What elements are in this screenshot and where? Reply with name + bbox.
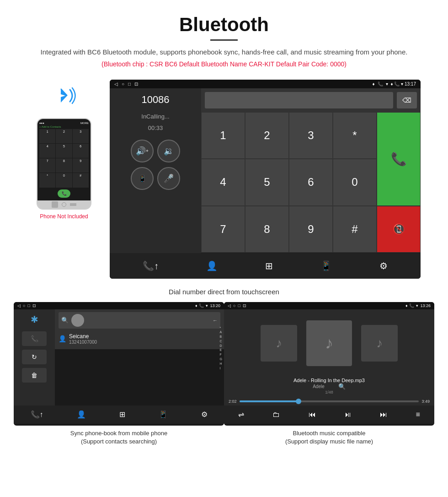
transfer-button[interactable]: 📱 [131, 167, 154, 190]
bluetooth-specs: (Bluetooth chip : CSR BC6 Default Blueto… [18, 60, 430, 68]
phone-bottom-bar [37, 200, 91, 209]
status-time-dial: ♦ 📞 ▾ 13:17 [391, 81, 416, 86]
phone-book-icon[interactable]: 📱 [320, 260, 332, 271]
music-artist: Adele [313, 384, 325, 389]
status-bar-dial: ◁ ○ □ ⊡ ♦ 📞 ▾ ♦ 📞 ▾ 13:17 [110, 80, 421, 88]
numpad-4[interactable]: 4 [201, 159, 245, 206]
phonebook-caption-line2: (Support contacts searching) [81, 438, 157, 445]
phonebook-search-row: 🔍 ← [59, 312, 220, 329]
album-art-right: ♪ [361, 325, 398, 362]
numpad-7[interactable]: 7 [201, 206, 245, 253]
pb-bottom-contact-icon[interactable]: 👤 [77, 410, 86, 419]
search-dot [71, 314, 84, 327]
dial-left-panel: 10086 InCalling... 00:33 🔊+ 🔉 📱 🎤 [110, 88, 201, 253]
volume-down-button[interactable]: 🔉 [157, 140, 180, 162]
music-search-icon[interactable]: 🔍 [338, 383, 346, 390]
dial-input-field[interactable] [205, 92, 393, 108]
music-note-main: ♪ [325, 334, 333, 353]
phonebook-caption: Sync phone-book from mobile phone (Suppo… [14, 426, 224, 449]
call-btn-row-1: 🔊+ 🔉 [115, 140, 196, 162]
phone-transfer-icon[interactable]: 📞↑ [143, 260, 159, 271]
music-track-count: 1/48 [229, 390, 430, 394]
phonebook-right-wrapper: 🔍 ← 👤 Seicane 13241007000 [55, 309, 224, 405]
music-info: Adele - Rolling In the Deep.mp3 Adele 🔍 … [224, 378, 434, 397]
pb-bottom-phone-icon[interactable]: 📞↑ [31, 410, 43, 419]
contact-name: Seicane [69, 333, 97, 340]
music-note-left: ♪ [276, 336, 282, 351]
backspace-button[interactable]: ⌫ [397, 92, 417, 108]
dial-input-row: ⌫ [201, 88, 421, 112]
page-title: Bluetooth [18, 14, 430, 36]
progress-bar[interactable] [240, 400, 419, 402]
pb-sync-button[interactable]: ↻ [22, 350, 47, 364]
music-item: ◁○□⊡ ♦📞▾13:26 ♪ ♪ ♪ [224, 302, 434, 449]
contacts-icon[interactable]: 👤 [206, 260, 218, 271]
dial-caption: Dial number direct from touchscreen [0, 283, 448, 302]
play-pause-button[interactable]: ⏯ [344, 411, 352, 419]
prev-button[interactable]: ⏮ [309, 411, 316, 419]
dialpad-icon[interactable]: ⊞ [265, 260, 273, 271]
phonebook-item: ◁○□⊡ ♦📞▾13:20 ✱ 📞 ↻ 🗑 🔍 [14, 302, 224, 449]
dial-bottom-bar: 📞↑ 👤 ⊞ 📱 ⚙ [110, 253, 421, 279]
numpad-6[interactable]: 6 [289, 159, 333, 206]
phonebook-screen: ◁○□⊡ ♦📞▾13:20 ✱ 📞 ↻ 🗑 🔍 [14, 302, 224, 426]
numpad-9[interactable]: 9 [289, 206, 333, 253]
shuffle-button[interactable]: ⇌ [238, 410, 244, 419]
music-controls: ⇌ 🗀 ⏮ ⏯ ⏭ ≡ [224, 405, 434, 424]
progress-dot [296, 399, 301, 404]
phone-screen: ●●●MORE + Add to Contacts 123 456 789 *0… [37, 119, 91, 200]
album-art-left: ♪ [261, 325, 297, 362]
numpad-star[interactable]: * [333, 112, 377, 159]
call-decline-button[interactable]: 📵 [377, 206, 421, 253]
car-screen-dial: ◁ ○ □ ⊡ ♦ 📞 ▾ ♦ 📞 ▾ 13:17 10086 InCallin… [110, 80, 421, 279]
music-caption: Bluetooth music compatible (Support disp… [224, 426, 434, 449]
phone-dialpad-mini: 123 456 789 *0# [39, 129, 89, 188]
bottom-section: ◁○□⊡ ♦📞▾13:20 ✱ 📞 ↻ 🗑 🔍 [0, 302, 448, 449]
settings-icon[interactable]: ⚙ [379, 260, 388, 271]
music-progress-area: 2:02 3:49 [224, 397, 434, 405]
pb-bottom-phonebook-icon[interactable]: 📱 [159, 410, 168, 419]
folder-button[interactable]: 🗀 [272, 411, 280, 419]
phonebook-caption-line1: Sync phone-book from mobile phone [70, 430, 167, 437]
contact-row[interactable]: 👤 Seicane 13241007000 [59, 331, 220, 346]
alpha-list: *ABCDEFGHI [220, 326, 222, 371]
title-divider [210, 39, 238, 41]
pb-bottom-dialpad-icon[interactable]: ⊞ [119, 410, 125, 419]
call-timer: 00:33 [115, 124, 196, 131]
phone-device: ●●●MORE + Add to Contacts 123 456 789 *0… [37, 118, 91, 210]
contact-number: 13241007000 [69, 340, 97, 345]
music-body: ♪ ♪ ♪ Adele - Rolling In the Deep.mp3 Ad… [224, 309, 434, 405]
phonebook-bottom-bar: 📞↑ 👤 ⊞ 📱 ⚙ [14, 405, 224, 424]
phone-add-contacts: + Add to Contacts [39, 125, 89, 128]
search-icon: 🔍 [61, 317, 69, 324]
pb-bottom-settings-icon[interactable]: ⚙ [201, 410, 208, 419]
progress-fill [240, 400, 299, 402]
page-description: Integrated with BC6 Bluetooth module, su… [18, 47, 430, 58]
numpad-1[interactable]: 1 [201, 112, 245, 159]
music-status-bar: ◁○□⊡ ♦📞▾13:26 [224, 302, 434, 309]
phonebook-left-panel: ✱ 📞 ↻ 🗑 [14, 309, 55, 405]
page-header: Bluetooth Integrated with BC6 Bluetooth … [0, 0, 448, 80]
numpad-8[interactable]: 8 [245, 206, 289, 253]
album-art-main: ♪ [306, 320, 352, 366]
back-arrow-icon: ← [213, 318, 218, 323]
numpad-zero[interactable]: 0 [333, 159, 377, 206]
pb-delete-button[interactable]: 🗑 [22, 368, 47, 383]
phone-mockup: ●●●MORE + Add to Contacts 123 456 789 *0… [27, 80, 101, 279]
call-accept-button[interactable]: 📞 [377, 112, 421, 206]
numpad-5[interactable]: 5 [245, 159, 289, 206]
phonebook-right-panel: 🔍 ← 👤 Seicane 13241007000 [55, 309, 224, 349]
phonebook-body: ✱ 📞 ↻ 🗑 🔍 ← 👤 [14, 309, 224, 405]
pb-call-button[interactable]: 📞 [22, 331, 47, 346]
volume-up-button[interactable]: 🔊+ [131, 140, 154, 162]
bluetooth-icon [48, 80, 80, 112]
mute-button[interactable]: 🎤 [157, 167, 180, 190]
equalizer-button[interactable]: ≡ [416, 411, 420, 419]
numpad-3[interactable]: 3 [289, 112, 333, 159]
numpad-grid: 1 2 3 * 📞 4 5 6 0 7 8 9 # 📵 [201, 112, 421, 253]
bluetooth-icon-area [48, 80, 80, 113]
music-caption-line2: (Support display music file name) [285, 438, 373, 445]
numpad-2[interactable]: 2 [245, 112, 289, 159]
numpad-hash[interactable]: # [333, 206, 377, 253]
next-button[interactable]: ⏭ [380, 411, 387, 419]
